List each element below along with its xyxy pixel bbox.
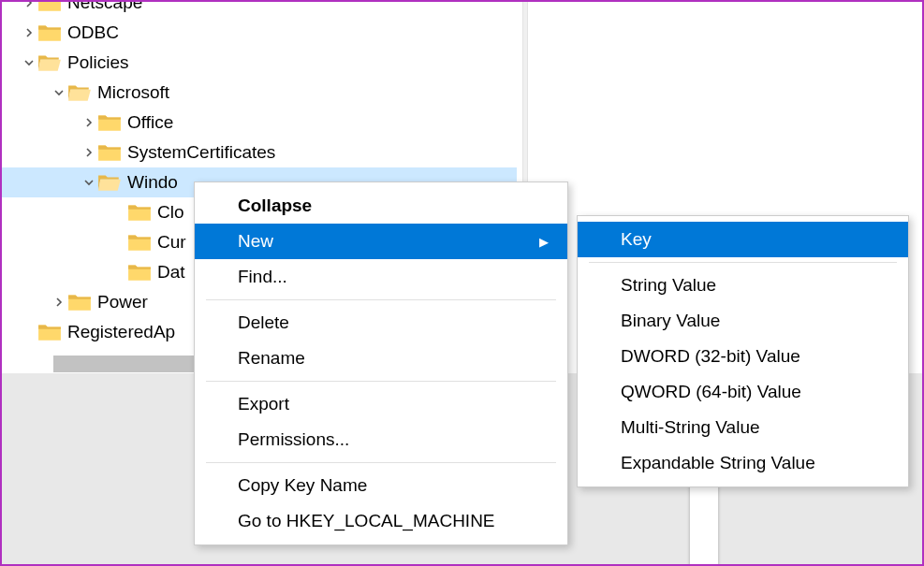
menu-export-label: Export [238, 394, 289, 414]
menu-separator [206, 381, 556, 382]
tree-item-label: Policies [67, 52, 128, 73]
tree-item-label: RegisteredAp [67, 322, 175, 342]
menu-new[interactable]: New ▶ [195, 224, 567, 259]
menu-new-label: New [238, 231, 273, 252]
submenu-multi-string[interactable]: Multi-String Value [578, 410, 908, 445]
submenu-dword[interactable]: DWORD (32-bit) Value [578, 339, 908, 374]
tree-item[interactable]: ODBC [2, 18, 517, 48]
tree-item-label: Dat [157, 262, 185, 283]
folder-icon [127, 262, 152, 283]
menu-find[interactable]: Find... [195, 259, 567, 295]
submenu-arrow-icon: ▶ [539, 235, 549, 249]
folder-open-icon [37, 52, 62, 73]
menu-separator [589, 262, 897, 263]
submenu-expandable[interactable]: Expandable String Value [578, 445, 908, 481]
folder-open-icon [97, 172, 122, 193]
tree-item-label: Microsoft [97, 82, 169, 103]
folder-open-icon [67, 82, 92, 103]
tree-item[interactable]: Policies [2, 48, 517, 78]
tree-item-label: Netscape [67, 0, 142, 13]
menu-go-to[interactable]: Go to HKEY_LOCAL_MACHINE [195, 503, 567, 539]
tree-item[interactable]: Microsoft [2, 78, 517, 108]
submenu-expandable-label: Expandable String Value [621, 453, 815, 473]
tree-item-label: Clo [157, 202, 184, 223]
tree-item-label: SystemCertificates [127, 142, 275, 163]
menu-go-to-label: Go to HKEY_LOCAL_MACHINE [238, 511, 495, 531]
tree-item[interactable]: Netscape [2, 0, 517, 18]
context-menu: Collapse New ▶ Find... Delete Rename Exp… [194, 181, 568, 545]
menu-permissions[interactable]: Permissions... [195, 422, 567, 457]
submenu-string-value-label: String Value [621, 275, 716, 296]
folder-icon [97, 142, 122, 163]
menu-find-label: Find... [238, 267, 287, 287]
menu-delete[interactable]: Delete [195, 305, 567, 341]
folder-icon [37, 0, 62, 13]
submenu-qword-label: QWORD (64-bit) Value [621, 382, 801, 402]
chevron-down-icon[interactable] [81, 178, 97, 187]
submenu-multi-string-label: Multi-String Value [621, 417, 760, 438]
tree-item-label: Power [97, 292, 148, 312]
chevron-right-icon[interactable] [51, 298, 67, 307]
submenu-qword[interactable]: QWORD (64-bit) Value [578, 374, 908, 410]
folder-icon [127, 202, 152, 223]
new-submenu: Key String Value Binary Value DWORD (32-… [577, 215, 909, 487]
menu-delete-label: Delete [238, 312, 289, 333]
menu-collapse[interactable]: Collapse [195, 188, 567, 224]
chevron-right-icon[interactable] [81, 118, 97, 127]
menu-copy-key-name-label: Copy Key Name [238, 475, 367, 496]
tree-item-label: Cur [157, 232, 186, 253]
chevron-right-icon[interactable] [21, 28, 37, 37]
chevron-right-icon[interactable] [21, 0, 37, 7]
folder-icon [97, 112, 122, 133]
folder-icon [37, 322, 62, 342]
tree-item-label: Windo [127, 172, 178, 193]
submenu-binary-value[interactable]: Binary Value [578, 303, 908, 339]
folder-icon [127, 232, 152, 253]
tree-item[interactable]: SystemCertificates [2, 138, 517, 167]
menu-separator [206, 462, 556, 463]
menu-permissions-label: Permissions... [238, 429, 349, 450]
menu-rename[interactable]: Rename [195, 341, 567, 376]
menu-collapse-label: Collapse [238, 196, 312, 216]
menu-export[interactable]: Export [195, 386, 567, 422]
chevron-right-icon[interactable] [81, 148, 97, 157]
chevron-down-icon[interactable] [21, 58, 37, 67]
tree-item-label: ODBC [67, 22, 119, 43]
submenu-binary-value-label: Binary Value [621, 311, 720, 331]
menu-separator [206, 299, 556, 300]
submenu-string-value[interactable]: String Value [578, 268, 908, 303]
menu-rename-label: Rename [238, 348, 305, 369]
folder-icon [37, 22, 62, 43]
submenu-key[interactable]: Key [578, 222, 908, 257]
submenu-key-label: Key [621, 229, 652, 250]
submenu-dword-label: DWORD (32-bit) Value [621, 346, 800, 367]
chevron-down-icon[interactable] [51, 88, 67, 97]
tree-item-label: Office [127, 112, 173, 133]
tree-item[interactable]: Office [2, 108, 517, 138]
menu-copy-key-name[interactable]: Copy Key Name [195, 468, 567, 503]
folder-icon [67, 292, 92, 312]
